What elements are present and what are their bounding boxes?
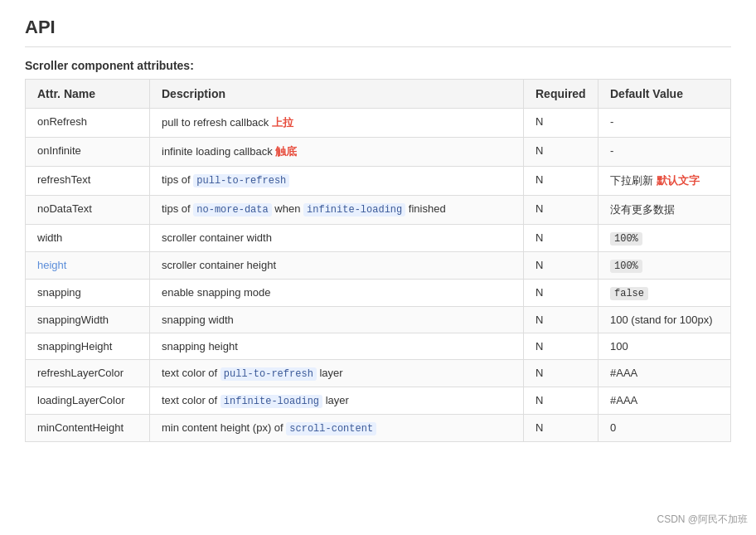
cell-default-value: 0 [598, 415, 731, 442]
cell-description: text color of infinite-loading layer [150, 387, 524, 415]
cell-attr-name: minContentHeight [26, 415, 150, 442]
header-description: Description [150, 80, 524, 109]
table-row: snappingenable snapping modeNfalse [26, 280, 731, 307]
page-title: API [25, 17, 731, 47]
table-row: onInfiniteinfinite loading callback 触底N- [26, 138, 731, 167]
cell-default-value: 100 (stand for 100px) [598, 307, 731, 333]
cell-default-value: 下拉刷新 默认文字 [598, 167, 731, 196]
cell-description: min content height (px) of scroll-conten… [150, 415, 524, 442]
cell-required: N [524, 415, 598, 442]
cell-default-value: 100 [598, 333, 731, 360]
cell-attr-name: snappingHeight [26, 333, 150, 360]
cell-required: N [524, 138, 598, 167]
cell-default-value: #AAA [598, 387, 731, 415]
cell-required: N [524, 387, 598, 415]
api-table: Attr. Name Description Required Default … [25, 79, 731, 442]
cell-required: N [524, 360, 598, 387]
cell-required: N [524, 280, 598, 307]
cell-description: text color of pull-to-refresh layer [150, 360, 524, 387]
header-required: Required [524, 80, 598, 109]
cell-required: N [524, 196, 598, 225]
cell-attr-name: refreshLayerColor [26, 360, 150, 387]
cell-attr-name: snappingWidth [26, 307, 150, 333]
table-header-row: Attr. Name Description Required Default … [26, 80, 731, 109]
table-row: minContentHeightmin content height (px) … [26, 415, 731, 442]
cell-attr-name: loadingLayerColor [26, 387, 150, 415]
table-row: noDataTexttips of no-more-data when infi… [26, 196, 731, 225]
cell-description: snapping height [150, 333, 524, 360]
table-row: loadingLayerColortext color of infinite-… [26, 387, 731, 415]
cell-default-value: #AAA [598, 360, 731, 387]
table-row: snappingHeightsnapping heightN100 [26, 333, 731, 360]
cell-attr-name: width [26, 225, 150, 252]
cell-description: tips of pull-to-refresh [150, 167, 524, 196]
cell-attr-name: onRefresh [26, 109, 150, 138]
cell-default-value: 没有更多数据 [598, 196, 731, 225]
cell-description: scroller container height [150, 252, 524, 280]
table-row: refreshTexttips of pull-to-refreshN下拉刷新 … [26, 167, 731, 196]
cell-required: N [524, 225, 598, 252]
table-row: snappingWidthsnapping widthN100 (stand f… [26, 307, 731, 333]
cell-attr-name: onInfinite [26, 138, 150, 167]
cell-description: pull to refresh callback 上拉 [150, 109, 524, 138]
cell-default-value: false [598, 280, 731, 307]
cell-description: infinite loading callback 触底 [150, 138, 524, 167]
section-subtitle: Scroller component attributes: [25, 59, 731, 72]
cell-description: snapping width [150, 307, 524, 333]
cell-attr-name: height [26, 252, 150, 280]
table-row: refreshLayerColortext color of pull-to-r… [26, 360, 731, 387]
header-default-value: Default Value [598, 80, 731, 109]
cell-description: enable snapping mode [150, 280, 524, 307]
cell-attr-name: refreshText [26, 167, 150, 196]
cell-default-value: - [598, 138, 731, 167]
cell-attr-name: noDataText [26, 196, 150, 225]
cell-description: scroller container width [150, 225, 524, 252]
table-row: heightscroller container heightN100% [26, 252, 731, 280]
header-attr-name: Attr. Name [26, 80, 150, 109]
cell-default-value: 100% [598, 225, 731, 252]
cell-required: N [524, 167, 598, 196]
cell-required: N [524, 333, 598, 360]
cell-default-value: - [598, 109, 731, 138]
cell-attr-name: snapping [26, 280, 150, 307]
cell-default-value: 100% [598, 252, 731, 280]
table-row: onRefreshpull to refresh callback 上拉N- [26, 109, 731, 138]
cell-required: N [524, 109, 598, 138]
cell-required: N [524, 252, 598, 280]
cell-required: N [524, 307, 598, 333]
cell-description: tips of no-more-data when infinite-loadi… [150, 196, 524, 225]
table-row: widthscroller container widthN100% [26, 225, 731, 252]
